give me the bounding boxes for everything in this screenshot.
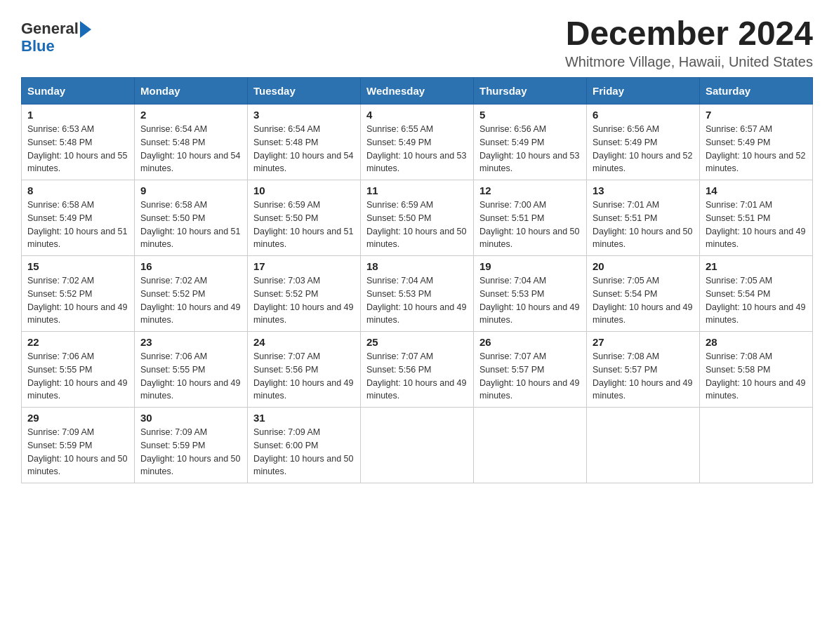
logo-triangle-icon <box>80 21 91 38</box>
day-number: 1 <box>27 109 128 121</box>
calendar-cell: 8Sunrise: 6:58 AMSunset: 5:49 PMDaylight… <box>22 180 135 256</box>
day-number: 21 <box>706 260 807 272</box>
calendar-week-row-1: 1Sunrise: 6:53 AMSunset: 5:48 PMDaylight… <box>22 105 813 180</box>
calendar-cell <box>474 408 587 483</box>
calendar-cell: 24Sunrise: 7:07 AMSunset: 5:56 PMDayligh… <box>248 332 361 408</box>
day-info: Sunrise: 6:59 AMSunset: 5:50 PMDaylight:… <box>366 199 468 251</box>
calendar-cell: 9Sunrise: 6:58 AMSunset: 5:50 PMDaylight… <box>135 180 248 256</box>
calendar-week-row-4: 22Sunrise: 7:06 AMSunset: 5:55 PMDayligh… <box>22 332 813 408</box>
page-header: General Blue December 2024 Whitmore Vill… <box>21 14 813 70</box>
day-info: Sunrise: 7:01 AMSunset: 5:51 PMDaylight:… <box>593 199 694 251</box>
calendar-day-header-tuesday: Tuesday <box>248 78 361 105</box>
calendar-cell <box>587 408 700 483</box>
calendar-cell: 3Sunrise: 6:54 AMSunset: 5:48 PMDaylight… <box>248 105 361 180</box>
calendar-cell: 20Sunrise: 7:05 AMSunset: 5:54 PMDayligh… <box>587 256 700 332</box>
day-info: Sunrise: 7:06 AMSunset: 5:55 PMDaylight:… <box>140 350 241 403</box>
location-title: Whitmore Village, Hawaii, United States <box>565 54 813 70</box>
day-number: 3 <box>253 109 355 121</box>
day-info: Sunrise: 7:07 AMSunset: 5:57 PMDaylight:… <box>479 350 581 403</box>
calendar-cell <box>361 408 474 483</box>
calendar-cell: 29Sunrise: 7:09 AMSunset: 5:59 PMDayligh… <box>22 408 135 483</box>
day-number: 5 <box>479 109 581 121</box>
day-info: Sunrise: 7:00 AMSunset: 5:51 PMDaylight:… <box>479 199 581 251</box>
calendar-cell: 30Sunrise: 7:09 AMSunset: 5:59 PMDayligh… <box>135 408 248 483</box>
day-number: 25 <box>366 336 468 348</box>
day-info: Sunrise: 7:09 AMSunset: 5:59 PMDaylight:… <box>27 426 128 478</box>
calendar-cell: 17Sunrise: 7:03 AMSunset: 5:52 PMDayligh… <box>248 256 361 332</box>
day-number: 23 <box>140 336 241 348</box>
logo-text: General Blue <box>21 20 91 55</box>
calendar-cell: 28Sunrise: 7:08 AMSunset: 5:58 PMDayligh… <box>700 332 813 408</box>
calendar-cell: 1Sunrise: 6:53 AMSunset: 5:48 PMDaylight… <box>22 105 135 180</box>
calendar-cell: 13Sunrise: 7:01 AMSunset: 5:51 PMDayligh… <box>587 180 700 256</box>
calendar-day-header-friday: Friday <box>587 78 700 105</box>
day-number: 28 <box>706 336 807 348</box>
day-number: 26 <box>479 336 581 348</box>
day-number: 14 <box>706 185 807 196</box>
day-info: Sunrise: 7:07 AMSunset: 5:56 PMDaylight:… <box>366 350 468 403</box>
calendar-cell: 25Sunrise: 7:07 AMSunset: 5:56 PMDayligh… <box>361 332 474 408</box>
day-number: 9 <box>140 185 241 196</box>
calendar-cell: 19Sunrise: 7:04 AMSunset: 5:53 PMDayligh… <box>474 256 587 332</box>
calendar-cell: 2Sunrise: 6:54 AMSunset: 5:48 PMDaylight… <box>135 105 248 180</box>
day-info: Sunrise: 6:58 AMSunset: 5:50 PMDaylight:… <box>140 199 241 251</box>
calendar-cell: 26Sunrise: 7:07 AMSunset: 5:57 PMDayligh… <box>474 332 587 408</box>
day-number: 16 <box>140 260 241 272</box>
day-info: Sunrise: 6:54 AMSunset: 5:48 PMDaylight:… <box>253 123 355 175</box>
day-number: 31 <box>253 412 355 424</box>
day-info: Sunrise: 7:05 AMSunset: 5:54 PMDaylight:… <box>706 274 807 327</box>
day-info: Sunrise: 7:08 AMSunset: 5:58 PMDaylight:… <box>706 350 807 403</box>
day-number: 22 <box>27 336 128 348</box>
calendar-cell: 4Sunrise: 6:55 AMSunset: 5:49 PMDaylight… <box>361 105 474 180</box>
day-info: Sunrise: 7:06 AMSunset: 5:55 PMDaylight:… <box>27 350 128 403</box>
calendar-cell: 31Sunrise: 7:09 AMSunset: 6:00 PMDayligh… <box>248 408 361 483</box>
day-number: 10 <box>253 185 355 196</box>
day-info: Sunrise: 7:01 AMSunset: 5:51 PMDaylight:… <box>706 199 807 251</box>
day-number: 2 <box>140 109 241 121</box>
day-info: Sunrise: 7:03 AMSunset: 5:52 PMDaylight:… <box>253 274 355 327</box>
day-info: Sunrise: 7:09 AMSunset: 5:59 PMDaylight:… <box>140 426 241 478</box>
calendar-cell: 12Sunrise: 7:00 AMSunset: 5:51 PMDayligh… <box>474 180 587 256</box>
calendar-table: SundayMondayTuesdayWednesdayThursdayFrid… <box>21 77 813 483</box>
day-number: 29 <box>27 412 128 424</box>
calendar-cell: 23Sunrise: 7:06 AMSunset: 5:55 PMDayligh… <box>135 332 248 408</box>
day-info: Sunrise: 6:59 AMSunset: 5:50 PMDaylight:… <box>253 199 355 251</box>
calendar-day-header-monday: Monday <box>135 78 248 105</box>
day-number: 20 <box>593 260 694 272</box>
calendar-cell: 27Sunrise: 7:08 AMSunset: 5:57 PMDayligh… <box>587 332 700 408</box>
calendar-day-header-thursday: Thursday <box>474 78 587 105</box>
calendar-week-row-5: 29Sunrise: 7:09 AMSunset: 5:59 PMDayligh… <box>22 408 813 483</box>
day-info: Sunrise: 6:56 AMSunset: 5:49 PMDaylight:… <box>593 123 694 175</box>
day-number: 17 <box>253 260 355 272</box>
calendar-header-row: SundayMondayTuesdayWednesdayThursdayFrid… <box>22 78 813 105</box>
title-block: December 2024 Whitmore Village, Hawaii, … <box>565 14 813 70</box>
day-number: 15 <box>27 260 128 272</box>
day-info: Sunrise: 6:57 AMSunset: 5:49 PMDaylight:… <box>706 123 807 175</box>
calendar-cell: 22Sunrise: 7:06 AMSunset: 5:55 PMDayligh… <box>22 332 135 408</box>
day-info: Sunrise: 7:05 AMSunset: 5:54 PMDaylight:… <box>593 274 694 327</box>
day-number: 13 <box>593 185 694 196</box>
day-info: Sunrise: 7:08 AMSunset: 5:57 PMDaylight:… <box>593 350 694 403</box>
day-info: Sunrise: 6:58 AMSunset: 5:49 PMDaylight:… <box>27 199 128 251</box>
calendar-cell: 11Sunrise: 6:59 AMSunset: 5:50 PMDayligh… <box>361 180 474 256</box>
calendar-week-row-3: 15Sunrise: 7:02 AMSunset: 5:52 PMDayligh… <box>22 256 813 332</box>
day-info: Sunrise: 7:04 AMSunset: 5:53 PMDaylight:… <box>366 274 468 327</box>
calendar-cell: 21Sunrise: 7:05 AMSunset: 5:54 PMDayligh… <box>700 256 813 332</box>
calendar-cell: 14Sunrise: 7:01 AMSunset: 5:51 PMDayligh… <box>700 180 813 256</box>
day-info: Sunrise: 6:53 AMSunset: 5:48 PMDaylight:… <box>27 123 128 175</box>
calendar-cell: 5Sunrise: 6:56 AMSunset: 5:49 PMDaylight… <box>474 105 587 180</box>
day-number: 6 <box>593 109 694 121</box>
calendar-cell <box>700 408 813 483</box>
day-number: 27 <box>593 336 694 348</box>
day-number: 11 <box>366 185 468 196</box>
calendar-day-header-sunday: Sunday <box>22 78 135 105</box>
month-title: December 2024 <box>565 14 813 53</box>
day-info: Sunrise: 7:07 AMSunset: 5:56 PMDaylight:… <box>253 350 355 403</box>
logo: General Blue <box>21 20 91 55</box>
day-info: Sunrise: 6:56 AMSunset: 5:49 PMDaylight:… <box>479 123 581 175</box>
day-number: 24 <box>253 336 355 348</box>
calendar-cell: 6Sunrise: 6:56 AMSunset: 5:49 PMDaylight… <box>587 105 700 180</box>
day-info: Sunrise: 7:02 AMSunset: 5:52 PMDaylight:… <box>140 274 241 327</box>
day-info: Sunrise: 7:09 AMSunset: 6:00 PMDaylight:… <box>253 426 355 478</box>
day-number: 19 <box>479 260 581 272</box>
